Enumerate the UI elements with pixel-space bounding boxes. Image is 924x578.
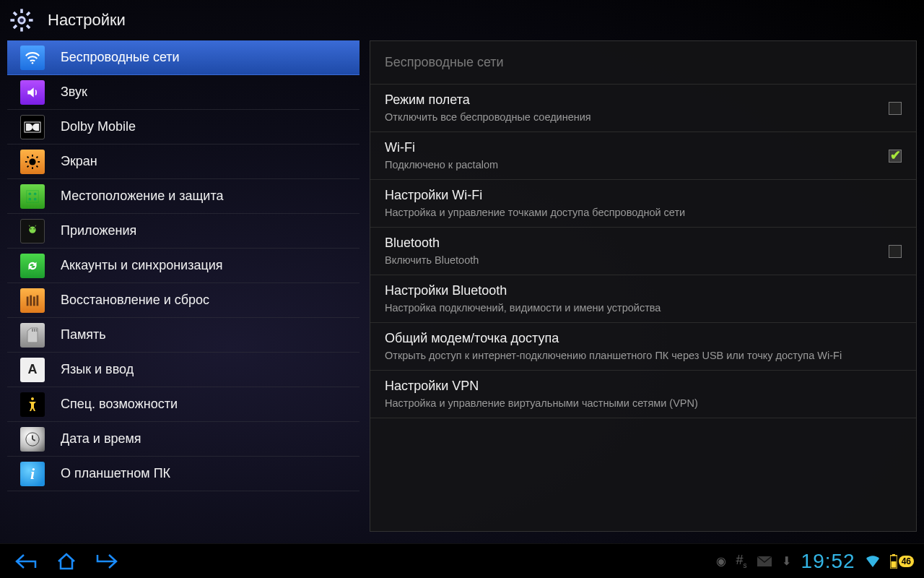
sidebar-item-label: Приложения [61,223,136,238]
row-wifi-settings[interactable]: Настройки Wi-Fi Настройка и управление т… [370,180,916,228]
row-title: Настройки VPN [385,379,902,394]
dolby-icon [20,115,45,139]
svg-point-22 [29,192,32,195]
sidebar-item-label: О планшетном ПК [61,466,170,481]
sidebar-item-label: Звук [61,85,87,100]
sidebar-item-storage[interactable]: Память [7,318,359,353]
checkbox-airplane[interactable] [889,102,902,115]
sound-icon [20,80,45,105]
sidebar-item-datetime[interactable]: Дата и время [7,422,359,457]
accessibility-icon [20,392,45,417]
notif-icon: ◉ [716,554,726,568]
wifi-icon [20,46,45,70]
svg-line-30 [35,225,36,226]
wireless-panel: Беспроводные сети Режим полета Отключить… [370,40,917,532]
svg-rect-33 [33,296,35,306]
svg-line-18 [37,165,38,167]
svg-line-40 [32,439,35,441]
row-subtitle: Отключить все беспроводные соединения [385,111,877,124]
svg-line-17 [27,156,29,158]
svg-point-9 [19,18,24,22]
row-vpn-settings[interactable]: Настройки VPN Настройка и управление вир… [370,371,916,418]
mail-icon [757,556,772,566]
sdcard-icon [20,323,45,348]
svg-line-8 [27,12,30,15]
sidebar-item-location[interactable]: Местоположение и защита [7,179,359,214]
svg-line-20 [37,156,38,158]
sidebar-item-apps[interactable]: Приложения [7,214,359,249]
nav-back-button[interactable] [6,547,46,576]
svg-point-23 [34,192,37,195]
row-wifi[interactable]: Wi-Fi Подключено к pactalom [370,132,916,180]
checkbox-bluetooth[interactable] [889,245,902,258]
svg-rect-36 [34,329,35,332]
svg-line-19 [27,165,29,167]
settings-gear-icon [9,7,35,33]
svg-point-28 [34,228,35,229]
hash-icon: #s [736,553,747,569]
sidebar-item-language[interactable]: A Язык и ввод [7,353,359,387]
sidebar-item-dolby[interactable]: Dolby Mobile [7,110,359,144]
sidebar-item-restore[interactable]: Восстановление и сброс [7,283,359,318]
wifi-signal-icon [866,555,880,568]
nav-home-button[interactable] [46,547,87,576]
restore-icon [20,288,45,313]
row-subtitle: Настройка подключений, видимости и имени… [385,301,902,314]
download-icon: ⬇ [782,554,791,568]
app-header: Настройки [0,0,924,40]
row-bluetooth[interactable]: Bluetooth Включить Bluetooth [370,228,916,275]
nav-recent-button[interactable] [87,547,127,576]
panel-header: Беспроводные сети [370,41,916,85]
location-security-icon [20,184,45,209]
apps-icon [20,219,45,243]
svg-point-27 [30,228,31,229]
sidebar-item-about[interactable]: i О планшетном ПК [7,457,359,491]
row-bluetooth-settings[interactable]: Настройки Bluetooth Настройка подключени… [370,275,916,323]
sidebar-item-label: Восстановление и сброс [61,293,209,308]
sidebar-item-label: Спец. возможности [61,397,178,412]
main-split: Беспроводные сети Звук Dolby Mobile Экра… [0,40,924,543]
row-subtitle: Настройка и управление точками доступа б… [385,206,902,219]
sidebar-item-label: Беспроводные сети [61,50,180,65]
battery-indicator: 46 [890,554,914,569]
sidebar-item-label: Язык и ввод [61,362,134,377]
info-icon: i [20,462,45,486]
row-title: Настройки Wi-Fi [385,188,902,203]
checkbox-wifi[interactable] [889,150,902,163]
svg-rect-35 [32,329,33,332]
svg-rect-37 [36,329,38,332]
row-title: Настройки Bluetooth [385,283,902,298]
svg-point-10 [32,62,34,64]
svg-rect-44 [891,561,896,568]
row-tethering[interactable]: Общий модем/точка доступа Открыть доступ… [370,323,916,371]
row-airplane-mode[interactable]: Режим полета Отключить все беспроводные … [370,85,916,132]
svg-rect-32 [30,295,32,306]
clock: 19:52 [801,550,855,573]
sidebar-item-label: Аккаунты и синхронизация [61,258,223,273]
sync-icon [20,254,45,278]
sidebar-item-sound[interactable]: Звук [7,75,359,110]
row-title: Bluetooth [385,236,877,251]
status-tray[interactable]: ◉ #s ⬇ 19:52 46 [716,550,918,573]
svg-point-26 [29,226,35,233]
sidebar-item-screen[interactable]: Экран [7,144,359,179]
battery-percent: 46 [899,556,914,567]
sidebar-item-label: Экран [61,154,97,169]
sidebar-item-label: Местоположение и защита [61,189,223,204]
row-title: Общий модем/точка доступа [385,331,902,346]
sidebar-item-wireless[interactable]: Беспроводные сети [7,40,359,75]
sidebar-item-label: Память [61,327,106,342]
sidebar-item-accessibility[interactable]: Спец. возможности [7,387,359,422]
brightness-icon [20,150,45,174]
page-title: Настройки [48,11,126,30]
svg-point-24 [29,197,32,200]
content-area: Беспроводные сети Режим полета Отключить… [359,40,917,540]
svg-line-7 [14,25,17,28]
row-subtitle: Открыть доступ к интернет-подключению пл… [385,349,902,362]
sidebar-item-accounts[interactable]: Аккаунты и синхронизация [7,249,359,283]
settings-sidebar: Беспроводные сети Звук Dolby Mobile Экра… [7,40,359,540]
svg-rect-34 [37,295,39,306]
svg-point-25 [34,197,37,200]
row-subtitle: Включить Bluetooth [385,254,877,267]
sidebar-item-label: Дата и время [61,431,141,447]
